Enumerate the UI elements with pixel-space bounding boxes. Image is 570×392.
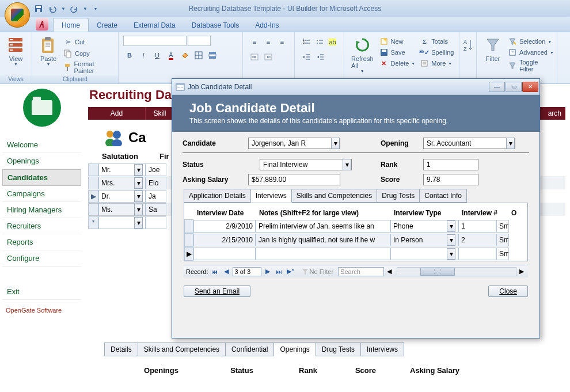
nav-recruiters[interactable]: Recruiters: [2, 218, 81, 234]
alt-row-button[interactable]: [206, 50, 219, 61]
dtab-interviews[interactable]: Interviews: [250, 189, 292, 203]
nav-openings[interactable]: Openings: [2, 153, 81, 169]
btab-confidential[interactable]: Confidential: [225, 342, 274, 356]
btab-skills[interactable]: Skills and Competencies: [138, 342, 226, 356]
interview-date-cell[interactable]: 2/9/2010: [193, 220, 256, 233]
close-button[interactable]: Close: [488, 286, 528, 297]
btab-drug[interactable]: Drug Tests: [316, 342, 361, 356]
office-button[interactable]: [5, 2, 30, 28]
last-record-button[interactable]: ⏭: [274, 267, 284, 276]
tab-home[interactable]: Home: [53, 18, 89, 32]
arch-action[interactable]: arch: [537, 107, 565, 120]
font-combo[interactable]: [123, 36, 187, 46]
dtab-contact[interactable]: Contact Info: [419, 189, 467, 203]
save-icon[interactable]: [33, 3, 44, 14]
dtab-drug[interactable]: Drug Tests: [377, 189, 420, 203]
salutation-cell[interactable]: Dr.▾: [98, 190, 146, 203]
status-select[interactable]: Final Interview▾: [260, 159, 352, 170]
row-selector[interactable]: *: [88, 216, 98, 229]
nav-campaigns[interactable]: Campaigns: [2, 186, 81, 202]
toggle-filter-button[interactable]: Toggle Filter: [506, 58, 556, 73]
rank-input[interactable]: 1: [423, 159, 478, 170]
interview-type-cell[interactable]: ▾: [390, 248, 458, 260]
tab-create[interactable]: Create: [89, 18, 126, 32]
firstname-cell[interactable]: Joe: [146, 163, 166, 176]
dtab-skills[interactable]: Skills and Competencies: [291, 189, 377, 203]
firstname-cell[interactable]: Ja: [146, 190, 166, 203]
nav-welcome[interactable]: Welcome: [2, 137, 81, 153]
highlight-button[interactable]: ab: [326, 36, 339, 48]
btab-interviews[interactable]: Interviews: [360, 342, 404, 356]
row-selector[interactable]: [184, 219, 193, 233]
row-selector[interactable]: [88, 163, 98, 176]
spelling-button[interactable]: ᵃᵇ✓Spelling: [417, 47, 456, 58]
more-button[interactable]: More ▼: [417, 58, 456, 68]
tab-add-ins[interactable]: Add-Ins: [247, 18, 287, 32]
qat-dropdown2-icon[interactable]: ▼: [83, 6, 88, 12]
advanced-button[interactable]: Advanced ▼: [506, 47, 556, 58]
align-center-button[interactable]: ≡: [262, 36, 275, 48]
underline-button[interactable]: U: [151, 50, 164, 61]
increase-indent-button[interactable]: [314, 51, 326, 63]
rtl-button[interactable]: [262, 51, 275, 63]
interview-num-cell[interactable]: [458, 248, 496, 260]
new-button[interactable]: New: [377, 36, 418, 47]
selection-button[interactable]: Selection ▼: [506, 36, 556, 47]
interview-notes-cell[interactable]: Prelim interview of Jan, seems like an: [256, 220, 390, 233]
row-selector[interactable]: [184, 233, 193, 247]
align-right-button[interactable]: ≡: [276, 36, 288, 48]
new-record-button[interactable]: ▶*: [286, 267, 296, 276]
interview-o-cell[interactable]: Sm: [496, 220, 509, 233]
refresh-all-button[interactable]: Refresh All ▼: [348, 35, 377, 76]
italic-button[interactable]: I: [137, 50, 150, 61]
interview-date-cell[interactable]: [193, 248, 256, 260]
salutation-cell[interactable]: Ms.▾: [98, 203, 146, 216]
cut-button[interactable]: ✂Cut: [61, 37, 115, 47]
nav-hiring-managers[interactable]: Hiring Managers: [2, 202, 81, 218]
firstname-cell[interactable]: Sa: [146, 203, 166, 216]
save-record-button[interactable]: Save: [377, 47, 418, 58]
paste-button[interactable]: Paste ▼: [36, 35, 61, 76]
opening-select[interactable]: Sr. Accountant▾: [423, 138, 515, 149]
qat-dropdown-icon[interactable]: ▼: [61, 6, 66, 12]
totals-button[interactable]: ΣTotals: [417, 36, 456, 47]
next-record-button[interactable]: ▶: [263, 267, 273, 276]
first-record-button[interactable]: ⏮: [210, 267, 220, 276]
record-position[interactable]: 3 of 3: [233, 267, 261, 276]
interview-o-cell[interactable]: Sm: [496, 248, 509, 260]
btab-details[interactable]: Details: [104, 342, 138, 356]
tab-external-data[interactable]: External Data: [126, 18, 184, 32]
salutation-cell[interactable]: ▾: [98, 216, 146, 229]
minimize-button[interactable]: —: [489, 82, 505, 92]
numbering-button[interactable]: 12: [300, 36, 312, 48]
delete-button[interactable]: ✕Delete ▼: [377, 58, 418, 68]
record-search[interactable]: Search: [338, 267, 384, 276]
close-window-button[interactable]: ✕: [522, 82, 538, 92]
nav-reports[interactable]: Reports: [2, 234, 81, 250]
firstname-cell[interactable]: Elo: [146, 177, 166, 189]
access-app-icon[interactable]: [36, 18, 48, 31]
send-email-button[interactable]: Send an Email: [184, 286, 250, 297]
salary-input[interactable]: $57,889.00: [248, 174, 340, 185]
scroll-left-button[interactable]: ◀: [385, 268, 393, 275]
interview-date-cell[interactable]: 2/15/2010: [193, 234, 256, 246]
nav-candidates[interactable]: Candidates: [2, 169, 81, 186]
interview-notes-cell[interactable]: [256, 248, 390, 260]
interview-num-cell[interactable]: 2: [458, 234, 496, 246]
row-selector[interactable]: [88, 177, 98, 189]
row-selector[interactable]: ▶: [88, 190, 98, 203]
interview-notes-cell[interactable]: Jan is highly qualified, not sure if he …: [256, 234, 390, 246]
sort-asc-button[interactable]: AZ: [463, 35, 473, 55]
btab-openings[interactable]: Openings: [273, 342, 316, 356]
fontsize-combo[interactable]: [188, 36, 211, 46]
skill-action[interactable]: Skill: [146, 107, 174, 120]
row-selector[interactable]: [88, 203, 98, 216]
row-selector[interactable]: ▶: [184, 247, 193, 261]
ltr-button[interactable]: [248, 51, 261, 63]
interview-o-cell[interactable]: Sm: [496, 234, 509, 246]
scroll-right-button[interactable]: ▶: [518, 268, 526, 275]
gridlines-button[interactable]: [192, 50, 205, 61]
salutation-cell[interactable]: Mr.▾: [98, 163, 146, 176]
score-input[interactable]: 9.78: [423, 174, 478, 185]
bold-button[interactable]: B: [123, 50, 136, 61]
